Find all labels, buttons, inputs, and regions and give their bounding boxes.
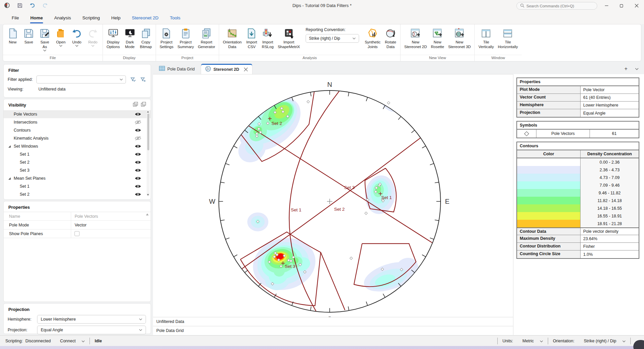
connect-button[interactable]: Connect	[60, 339, 76, 343]
eye-visible-icon[interactable]	[134, 184, 142, 189]
reporting-convention: Reporting Convention:Strike (right) / Di…	[302, 26, 362, 55]
grid-tab-icon	[159, 65, 165, 72]
eye-visible-icon[interactable]	[134, 160, 142, 165]
tree-row-set-3[interactable]: Set 3	[4, 166, 151, 174]
eye-hidden-icon[interactable]	[134, 136, 142, 141]
ribbon-button-new[interactable]: New	[5, 26, 20, 55]
menu-item-help[interactable]: Help	[106, 13, 126, 22]
orientation-label: Orientation:	[553, 339, 575, 343]
ribbon-button-save-as[interactable]: Save As	[37, 26, 52, 55]
ribbon-button-rotate-data[interactable]: Rotate Data	[383, 26, 398, 55]
connect-dropdown-icon[interactable]	[82, 339, 85, 343]
apply-filter-icon[interactable]	[129, 76, 137, 83]
ribbon-button-display-options[interactable]: Display Options	[105, 26, 122, 55]
eye-visible-icon[interactable]	[134, 192, 142, 196]
ribbon-button-tile-vertically[interactable]: Tile Vertically	[477, 26, 495, 55]
eye-visible-icon[interactable]	[134, 128, 142, 133]
tab-stereonet-2d[interactable]: Stereonet 2D	[201, 64, 253, 74]
tree-row-kinematic-analysis[interactable]: Kinematic Analysis	[4, 134, 151, 142]
ribbon-button-label: Synthetic Joints	[365, 40, 380, 49]
tree-expanded-icon[interactable]	[8, 145, 11, 148]
tab-close-icon[interactable]	[244, 67, 248, 72]
ribbon-button-import-csv[interactable]: Import CSV	[244, 26, 259, 55]
command-search[interactable]	[516, 2, 597, 10]
ribbon-button-synthetic-joints[interactable]: Synthetic Joints	[363, 26, 382, 55]
search-input[interactable]	[526, 4, 594, 8]
ribbon-button-undo[interactable]: Undo	[69, 26, 85, 55]
eye-visible-icon[interactable]	[134, 152, 142, 157]
pole-marker[interactable]	[387, 102, 390, 104]
tree-row-contours[interactable]: Contours	[4, 126, 151, 134]
property-value[interactable]: Pole Vectors	[71, 212, 151, 220]
tab-list-dropdown-icon[interactable]	[633, 65, 640, 72]
contours-row-maximum-density: Maximum Density23.64%	[517, 235, 639, 243]
property-value[interactable]	[71, 229, 151, 238]
ribbon-button-orientation-data[interactable]: Orientation Data	[221, 26, 243, 55]
reporting-convention-select[interactable]: Strike (right) / Dip	[306, 34, 359, 43]
hemisphere-select[interactable]: Lower Hemisphere	[37, 315, 146, 324]
eye-visible-icon[interactable]	[134, 112, 142, 117]
ribbon-button-new-stereonet-2d[interactable]: New Stereonet 2D	[402, 26, 429, 55]
visibility-scrollbar[interactable]	[147, 110, 150, 196]
ribbon-button-import-rslog[interactable]: Import RSLog	[260, 26, 275, 55]
eye-hidden-icon[interactable]	[134, 120, 142, 125]
quick-undo-icon[interactable]	[29, 2, 36, 9]
chevron-down-icon	[75, 45, 78, 47]
tree-row-intersections[interactable]: Intersections	[4, 118, 151, 126]
ribbon-button-project-settings[interactable]: Project Settings	[158, 26, 175, 55]
tree-row-set-2[interactable]: Set 2	[4, 158, 151, 166]
maximize-button[interactable]	[614, 0, 629, 11]
tree-row-mean-set-planes[interactable]: Mean Set Planes	[4, 174, 151, 182]
minimize-button[interactable]	[599, 0, 614, 11]
ribbon-button-dark-mode[interactable]: Dark Mode	[122, 26, 138, 55]
close-button[interactable]	[629, 0, 644, 11]
ribbon-button-import-shapemetrix[interactable]: Import ShapeMetriX	[276, 26, 301, 55]
menu-item-scripting[interactable]: Scripting	[77, 13, 105, 22]
orientation-dropdown-icon[interactable]	[622, 339, 626, 343]
eye-visible-icon[interactable]	[134, 176, 142, 181]
tree-row-set-2[interactable]: Set 2	[4, 190, 151, 196]
orientation-value[interactable]: Strike (right) / Dip	[584, 339, 616, 343]
eye-visible-icon[interactable]	[134, 144, 142, 149]
expand-all-icon[interactable]	[133, 102, 139, 108]
show-pole-planes-checkbox[interactable]	[74, 231, 79, 236]
tree-row-set-1[interactable]: Set 1	[4, 150, 151, 158]
tab-pole-data-grid[interactable]: Pole Data Grid	[155, 64, 199, 74]
legend-range: 4.73 - 7.09	[581, 174, 639, 181]
filter-applied-select[interactable]	[36, 75, 126, 83]
ribbon-button-redo[interactable]: Redo	[85, 26, 101, 55]
ribbon-button-save[interactable]: Save	[21, 26, 36, 55]
scroll-up-icon[interactable]	[146, 213, 149, 215]
symbols-row: Pole Vectors61	[517, 130, 639, 138]
clear-filter-icon[interactable]	[139, 76, 147, 83]
tree-row-pole-vectors[interactable]: Pole Vectors	[4, 110, 151, 118]
projection-select[interactable]: Equal Angle	[37, 326, 146, 334]
quick-save-icon[interactable]	[16, 2, 23, 9]
tree-row-set-windows[interactable]: Set Windows	[4, 142, 151, 150]
menu-item-home[interactable]: Home	[25, 13, 48, 22]
stereonet-plot[interactable]: NESWSet 2Set 1Set 3Set 1Set 2Set 3	[153, 74, 513, 335]
units-value[interactable]: Metric	[522, 339, 534, 343]
ribbon-button-new-stereonet-3d[interactable]: New Stereonet 3D	[447, 26, 473, 55]
units-dropdown-icon[interactable]	[540, 339, 543, 343]
ribbon-button-project-summary[interactable]: Project Summary	[176, 26, 195, 55]
collapse-all-icon[interactable]	[141, 102, 147, 108]
tree-row-set-1[interactable]: Set 1	[4, 182, 151, 190]
add-view-button[interactable]: +	[623, 65, 629, 72]
property-value[interactable]: Vector	[71, 221, 151, 229]
menu-item-file[interactable]: File	[7, 13, 24, 22]
ribbon-button-copy-bitmap[interactable]: Copy Bitmap	[138, 26, 154, 55]
ribbon-button-report-generator[interactable]: Report Generator	[196, 26, 217, 55]
tree-expanded-icon[interactable]	[8, 177, 11, 180]
menu-item-analysis[interactable]: Analysis	[49, 13, 76, 22]
ribbon-button-tile-horizontally[interactable]: Tile Horizontally	[496, 26, 519, 55]
menu-item-stereonet-2d[interactable]: Stereonet 2D	[127, 13, 164, 22]
menu-item-tools[interactable]: Tools	[165, 13, 185, 22]
eye-visible-icon[interactable]	[134, 168, 142, 173]
properties-row-projection: ProjectionEqual Angle	[517, 109, 639, 117]
property-value: Lower Hemisphere	[581, 102, 639, 109]
ribbon-button-new-rosette[interactable]: New Rosette	[429, 26, 446, 55]
stereonet-canvas[interactable]: NESWSet 2Set 1Set 3Set 1Set 2Set 3	[203, 74, 457, 328]
quick-redo-icon[interactable]	[41, 2, 49, 9]
ribbon-button-open[interactable]: Open	[53, 26, 68, 55]
